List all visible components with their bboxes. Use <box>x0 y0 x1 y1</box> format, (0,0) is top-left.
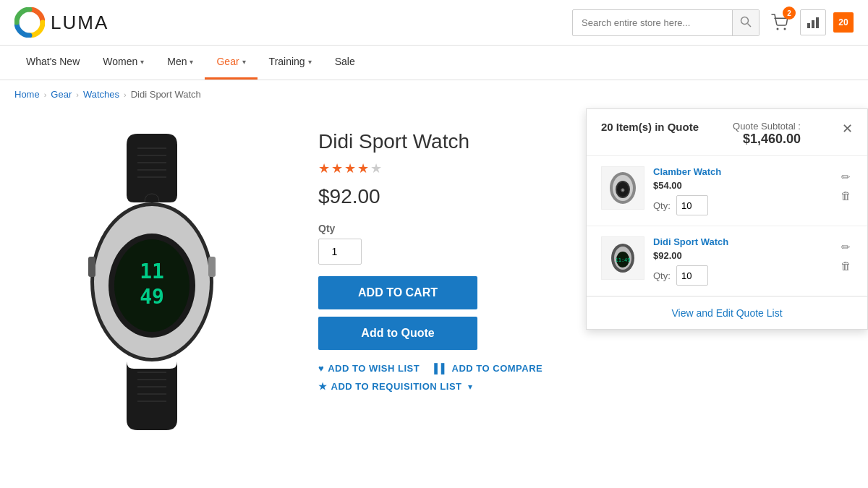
quote-dropdown: 20 Item(s) in Quote Quote Subtotal : $1,… <box>586 108 868 330</box>
cart-badge: 2 <box>783 7 796 20</box>
main-nav: What's New Women ▾ Men ▾ Gear ▾ Training… <box>0 46 868 80</box>
quote-item-name[interactable]: Didi Sport Watch <box>653 236 830 247</box>
cart-icon-wrap[interactable]: 2 <box>767 9 793 35</box>
logo-text: LUMA <box>51 12 109 34</box>
star-2: ★ <box>331 160 343 176</box>
compare-bars-icon: ▌▌ <box>434 363 448 374</box>
breadcrumb: Home › Gear › Watches › Didi Sport Watch <box>0 80 868 108</box>
breadcrumb-separator: › <box>124 90 127 99</box>
svg-rect-7 <box>816 17 819 28</box>
quote-item-image: 11:49 <box>601 236 644 280</box>
nav-item-whats-new[interactable]: What's New <box>14 46 91 80</box>
breadcrumb-separator: › <box>44 90 47 99</box>
svg-text:49: 49 <box>140 285 164 309</box>
breadcrumb-separator: › <box>76 90 79 99</box>
breadcrumb-home[interactable]: Home <box>14 89 40 100</box>
quote-dropdown-header: 20 Item(s) in Quote Quote Subtotal : $1,… <box>587 109 867 156</box>
add-to-requisition-link[interactable]: ★ ADD TO REQUISITION LIST <box>318 381 462 392</box>
nav-item-gear[interactable]: Gear ▾ <box>205 46 257 80</box>
watch-svg: 11 49 <box>43 130 260 434</box>
quote-item-info: Didi Sport Watch $92.00 Qty: <box>653 236 830 286</box>
svg-point-1 <box>741 17 749 24</box>
logo-icon <box>14 7 45 38</box>
item-edit-button[interactable]: ✏ <box>839 239 853 255</box>
nav-item-sale[interactable]: Sale <box>323 46 367 80</box>
qty-input[interactable] <box>318 239 362 265</box>
item-delete-button[interactable]: 🗑 <box>839 258 853 273</box>
header-right: 2 20 <box>572 9 854 36</box>
quote-item-price: $54.00 <box>653 180 830 191</box>
quote-item-qty: Qty: <box>653 265 830 286</box>
wish-compare-row: ♥ ADD TO WISH LIST ▌▌ ADD TO COMPARE <box>318 363 854 374</box>
chevron-down-icon: ▾ <box>190 58 193 66</box>
svg-rect-5 <box>807 23 810 28</box>
quote-footer: View and Edit Quote List <box>587 297 867 329</box>
quote-item-qty: Qty: <box>653 195 830 215</box>
svg-rect-6 <box>812 20 814 28</box>
search-bar <box>572 9 760 36</box>
heart-icon: ♥ <box>318 363 324 374</box>
svg-rect-20 <box>88 257 95 277</box>
star-5: ★ <box>370 160 382 176</box>
svg-point-4 <box>784 28 786 30</box>
item-edit-button[interactable]: ✏ <box>839 169 853 185</box>
quote-item: 11:49 Didi Sport Watch $92.00 Qty: ✏ 🗑 <box>587 226 867 296</box>
chevron-down-icon: ▾ <box>468 382 472 392</box>
quote-subtotal-label: Quote Subtotal : <box>733 121 801 132</box>
quote-item-info: Clamber Watch $54.00 Qty: <box>653 166 830 215</box>
star-4: ★ <box>357 160 369 176</box>
svg-line-2 <box>748 23 752 27</box>
quote-item-qty-input[interactable] <box>676 195 708 215</box>
compare-icon <box>807 16 820 29</box>
product-image-area: 11 49 <box>14 123 289 441</box>
svg-rect-19 <box>208 257 216 277</box>
breadcrumb-current: Didi Sport Watch <box>131 89 201 100</box>
quote-items-count: 20 Item(s) in Quote <box>601 121 699 133</box>
search-input[interactable] <box>573 12 732 34</box>
breadcrumb-gear[interactable]: Gear <box>51 89 72 100</box>
add-to-cart-button[interactable]: Add to Cart <box>318 276 477 309</box>
nav-item-women[interactable]: Women ▾ <box>91 46 156 80</box>
logo-area[interactable]: LUMA <box>14 7 109 38</box>
svg-text:◉: ◉ <box>621 187 625 193</box>
nav-item-men[interactable]: Men ▾ <box>156 46 205 80</box>
add-to-wish-list-link[interactable]: ♥ ADD TO WISH LIST <box>318 363 420 374</box>
svg-point-3 <box>777 28 779 30</box>
quote-item-name[interactable]: Clamber Watch <box>653 166 830 177</box>
search-icon <box>740 16 752 27</box>
quote-items-list: ◉ Clamber Watch $54.00 Qty: ✏ 🗑 <box>587 156 867 297</box>
quote-item-price: $92.00 <box>653 250 830 261</box>
requisition-row: ★ ADD TO REQUISITION LIST ▾ <box>318 381 854 392</box>
svg-text:11:49: 11:49 <box>615 257 630 263</box>
view-edit-quote-link[interactable]: View and Edit Quote List <box>671 307 782 319</box>
quote-item-qty-input[interactable] <box>676 265 708 286</box>
quote-badge-wrap[interactable]: 20 <box>833 12 854 33</box>
site-header: LUMA 2 <box>0 0 868 46</box>
star-3: ★ <box>344 160 356 176</box>
chevron-down-icon: ▾ <box>308 58 312 66</box>
item-delete-button[interactable]: 🗑 <box>839 188 853 203</box>
quote-subtotal-section: Quote Subtotal : $1,460.00 <box>733 121 801 147</box>
add-to-quote-button[interactable]: Add to Quote <box>318 317 477 350</box>
breadcrumb-watches[interactable]: Watches <box>83 89 119 100</box>
chevron-down-icon: ▾ <box>140 58 144 66</box>
quote-count-badge[interactable]: 20 <box>833 12 854 33</box>
quote-item: ◉ Clamber Watch $54.00 Qty: ✏ 🗑 <box>587 156 867 226</box>
quote-subtotal-amount: $1,460.00 <box>733 132 801 147</box>
close-button[interactable]: ✕ <box>842 121 853 137</box>
svg-text:11: 11 <box>140 260 164 283</box>
compare-icon-wrap[interactable] <box>800 9 826 35</box>
nav-item-training[interactable]: Training ▾ <box>258 46 323 80</box>
quote-item-image: ◉ <box>601 166 644 210</box>
product-image: 11 49 <box>22 123 282 441</box>
search-button[interactable] <box>732 10 759 35</box>
chevron-down-icon: ▾ <box>242 58 246 66</box>
main-content: 11 49 Didi Sport Watch ★ ★ <box>0 108 868 455</box>
star-icon: ★ <box>318 381 328 392</box>
star-1: ★ <box>318 160 330 176</box>
add-to-compare-link[interactable]: ▌▌ ADD TO COMPARE <box>434 363 542 374</box>
